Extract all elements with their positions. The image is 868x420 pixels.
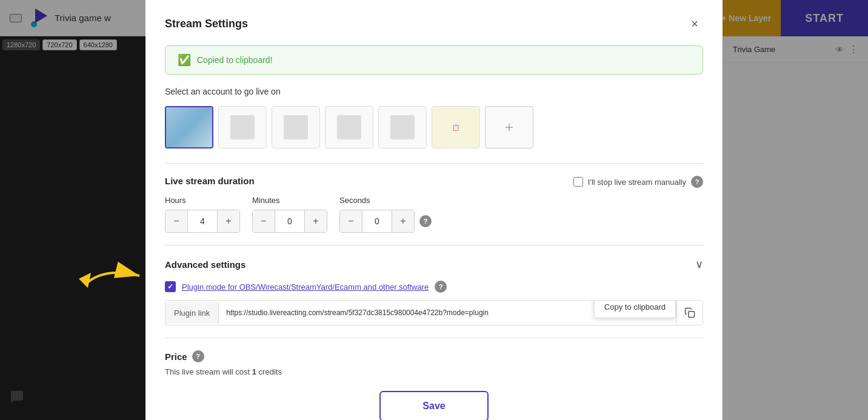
duration-left: Live stream duration Hours − + Minutes − (165, 176, 432, 233)
plugin-mode-help-icon[interactable]: ? (435, 281, 447, 293)
account-thumb-5[interactable] (378, 106, 427, 148)
divider-1 (165, 163, 703, 164)
account-thumb-2[interactable] (218, 106, 267, 148)
manual-stop-checkbox[interactable] (573, 177, 583, 187)
thumb-image-notes: 📋 (432, 107, 479, 148)
thumb-image-5 (390, 115, 415, 139)
account-thumb-notes[interactable]: 📋 (432, 106, 480, 148)
plugin-mode-checkbox[interactable] (165, 281, 176, 292)
account-thumbnails: 📋 + (165, 106, 703, 148)
account-thumb-3[interactable] (272, 106, 320, 148)
seconds-stepper: − + (339, 210, 415, 233)
plugin-link-label: Plugin link (165, 302, 219, 324)
modal-close-button[interactable]: × (686, 15, 703, 33)
account-thumb-4[interactable] (325, 106, 373, 148)
price-credits: 1 (252, 367, 256, 376)
manual-stop-label: I'll stop live stream manually (588, 178, 686, 187)
thumb-image-2 (230, 115, 255, 139)
live-stream-duration-section: Live stream duration Hours − + Minutes − (165, 176, 703, 233)
duration-fields: Hours − + Minutes − + (165, 196, 432, 233)
seconds-decrement-button[interactable]: − (340, 210, 362, 232)
hours-increment-button[interactable]: + (218, 210, 239, 232)
modal-header: Stream Settings × (165, 15, 703, 33)
minutes-increment-button[interactable]: + (305, 210, 327, 232)
seconds-input[interactable] (362, 210, 392, 232)
price-title-row: Price ? (165, 350, 703, 362)
live-stream-duration-title: Live stream duration (165, 176, 432, 186)
svg-rect-2 (688, 312, 694, 318)
hours-input[interactable] (187, 210, 218, 232)
thumb-image-4 (337, 115, 361, 139)
copy-to-clipboard-tooltip: Copy to clipboard (594, 300, 676, 318)
price-text-prefix: This live stream will cost (165, 367, 252, 376)
save-button[interactable]: Save (379, 391, 489, 420)
select-account-label: Select an account to go live on (165, 87, 703, 96)
divider-2 (165, 245, 703, 245)
seconds-increment-button[interactable]: + (392, 210, 414, 232)
success-toast: ✅ Copied to clipboard! (165, 45, 703, 75)
thumb-image-3 (284, 115, 308, 139)
minutes-decrement-button[interactable]: − (253, 210, 275, 232)
advanced-settings-header[interactable]: Advanced settings ∨ (165, 258, 703, 271)
advanced-settings-title: Advanced settings (165, 259, 245, 270)
copy-link-button[interactable]: Copy to clipboard (676, 301, 703, 325)
plugin-mode-label[interactable]: Plugin mode for OBS/Wirecast/StreamYard/… (182, 282, 429, 292)
success-check-icon: ✅ (178, 53, 191, 67)
minutes-input[interactable] (275, 210, 305, 232)
duration-help-icon[interactable]: ? (419, 215, 432, 227)
price-help-icon[interactable]: ? (192, 350, 204, 362)
hours-label: Hours (165, 196, 240, 205)
stream-settings-modal: Stream Settings × ✅ Copied to clipboard!… (145, 0, 723, 420)
thumb-image-1 (166, 107, 212, 147)
price-text: This live stream will cost 1 credits (165, 367, 703, 376)
modal-title: Stream Settings (165, 18, 248, 30)
price-section: Price ? This live stream will cost 1 cre… (165, 350, 703, 376)
manual-stop-row: I'll stop live stream manually ? (573, 176, 703, 188)
success-toast-text: Copied to clipboard! (197, 55, 273, 65)
account-thumb-1[interactable] (165, 106, 213, 148)
hours-decrement-button[interactable]: − (165, 210, 187, 232)
minutes-stepper: − + (252, 210, 327, 233)
price-title: Price (165, 352, 187, 362)
manual-stop-help-icon[interactable]: ? (691, 176, 703, 188)
account-thumb-add[interactable]: + (485, 106, 533, 148)
hours-stepper: − + (165, 210, 240, 233)
minutes-field: Minutes − + (252, 196, 327, 233)
price-text-suffix: credits (256, 367, 282, 376)
divider-3 (165, 338, 703, 338)
minutes-label: Minutes (252, 196, 327, 205)
seconds-label: Seconds (339, 196, 432, 205)
plugin-mode-row: Plugin mode for OBS/Wirecast/StreamYard/… (165, 281, 703, 293)
plugin-link-row: Plugin link https://studio.livereacting.… (165, 300, 703, 325)
seconds-field: Seconds − + ? (339, 196, 432, 233)
hours-field: Hours − + (165, 196, 240, 233)
chevron-down-icon: ∨ (695, 258, 703, 271)
